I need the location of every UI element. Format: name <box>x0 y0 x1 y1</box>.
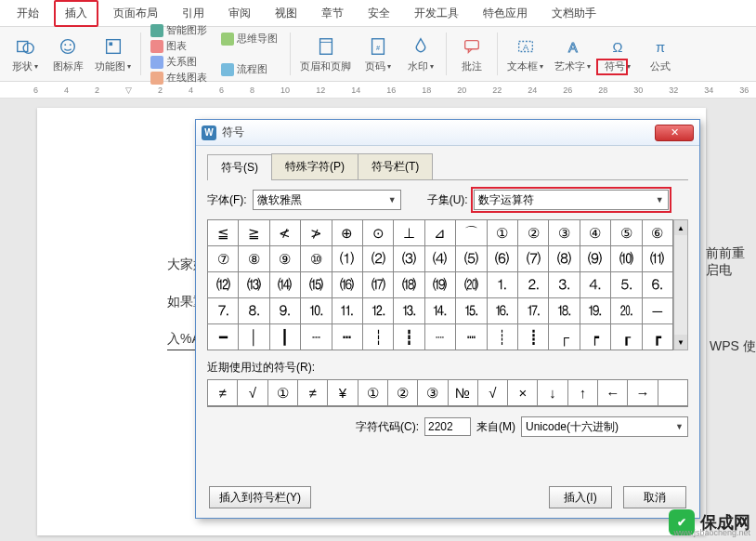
recent-cell[interactable]: ② <box>388 380 418 406</box>
recent-cell[interactable]: ↑ <box>568 380 598 406</box>
symbol-cell[interactable]: ⒙ <box>549 298 580 324</box>
symbol-cell[interactable]: ⊥ <box>394 220 424 246</box>
symbol-cell[interactable]: ┇ <box>394 324 424 350</box>
symbol-cell[interactable]: ━ <box>208 324 239 350</box>
code-input[interactable] <box>424 417 471 436</box>
symbol-cell[interactable]: ┅ <box>332 324 363 350</box>
symbol-cell[interactable]: ┉ <box>456 324 487 350</box>
symbol-cell[interactable]: ≯ <box>301 220 332 246</box>
symbol-cell[interactable]: ┏ <box>643 324 673 350</box>
from-select[interactable]: Unicode(十六进制)▼ <box>521 416 688 437</box>
symbol-cell[interactable]: ③ <box>549 220 580 246</box>
symbol-cell[interactable]: ⒗ <box>488 298 518 324</box>
symbol-cell[interactable]: ⒐ <box>270 298 301 324</box>
ribbon-wordart[interactable]: A艺术字▾ <box>551 35 594 73</box>
symbol-cell[interactable]: ┌ <box>549 324 580 350</box>
symbol-cell[interactable]: ┋ <box>518 324 549 350</box>
menu-tab-8[interactable]: 开发工具 <box>405 2 468 25</box>
recent-cell[interactable] <box>658 380 688 406</box>
ribbon-shape[interactable]: 形状▾ <box>6 35 45 73</box>
recent-cell[interactable]: ← <box>598 380 628 406</box>
symbol-cell[interactable]: ⒆ <box>425 272 456 298</box>
menu-tab-6[interactable]: 章节 <box>312 2 353 25</box>
symbol-cell[interactable]: ② <box>518 220 549 246</box>
symbol-cell[interactable]: ≮ <box>270 220 301 246</box>
symbol-cell[interactable]: ⑤ <box>611 220 642 246</box>
symbol-cell[interactable]: ⒂ <box>301 272 332 298</box>
symbol-cell[interactable]: ⒁ <box>270 272 301 298</box>
symbol-cell[interactable]: ⒉ <box>518 272 549 298</box>
menu-tab-5[interactable]: 视图 <box>266 2 306 25</box>
recent-cell[interactable]: √ <box>238 380 267 406</box>
symbol-cell[interactable]: ⒎ <box>208 298 239 324</box>
grid-scrollbar[interactable]: ▲▼ <box>673 219 688 350</box>
ribbon-chart[interactable]: 图表 <box>150 39 210 53</box>
recent-cell[interactable]: ③ <box>418 380 448 406</box>
symbol-cell[interactable]: ┃ <box>270 324 301 350</box>
recent-cell[interactable]: ≠ <box>208 380 238 406</box>
symbol-cell[interactable]: ⑼ <box>580 246 611 272</box>
symbol-cell[interactable]: ⑷ <box>425 246 456 272</box>
symbol-cell[interactable]: ⑦ <box>208 246 239 272</box>
symbol-cell[interactable]: ⑶ <box>394 246 424 272</box>
ribbon-symbol[interactable]: Ω符号▾ <box>598 35 637 73</box>
menu-tab-10[interactable]: 文档助手 <box>542 2 606 25</box>
symbol-cell[interactable]: ⒃ <box>332 272 363 298</box>
menu-tab-3[interactable]: 引用 <box>173 2 214 25</box>
cancel-button[interactable]: 取消 <box>623 486 686 508</box>
symbol-cell[interactable]: ┍ <box>580 324 611 350</box>
symbol-cell[interactable]: ⑧ <box>239 246 269 272</box>
symbol-cell[interactable]: ⒋ <box>580 272 611 298</box>
dialog-titlebar[interactable]: W 符号 ✕ <box>196 120 699 146</box>
symbol-cell[interactable]: ⑹ <box>488 246 518 272</box>
ribbon-mindmap[interactable]: 思维导图 <box>221 32 280 46</box>
close-button[interactable]: ✕ <box>655 125 694 141</box>
symbol-cell[interactable]: ⒕ <box>425 298 456 324</box>
ribbon-smartshape[interactable]: 智能图形 <box>150 23 210 37</box>
recent-cell[interactable]: ≠ <box>298 380 328 406</box>
menu-tab-0[interactable]: 开始 <box>7 2 48 25</box>
symbol-cell[interactable]: ⒍ <box>643 272 673 298</box>
symbol-cell[interactable]: ⒅ <box>394 272 424 298</box>
insert-to-bar-button[interactable]: 插入到符号栏(Y) <box>209 486 311 508</box>
symbol-cell[interactable]: ⑾ <box>643 246 673 272</box>
ribbon-watermark[interactable]: 水印▾ <box>401 35 440 73</box>
ribbon-flow[interactable]: 流程图 <box>221 62 280 76</box>
ribbon-onlinechart[interactable]: 在线图表 <box>150 71 210 85</box>
symbol-cell[interactable]: ⒔ <box>394 298 424 324</box>
symbol-cell[interactable]: ⑺ <box>518 246 549 272</box>
recent-cell[interactable]: ↓ <box>538 380 567 406</box>
ribbon-rel[interactable]: 关系图 <box>150 55 210 69</box>
symbol-cell[interactable]: ④ <box>580 220 611 246</box>
ribbon-comment[interactable]: 批注 <box>452 35 491 73</box>
tab-symbols[interactable]: 符号(S) <box>207 154 272 180</box>
symbol-cell[interactable]: ┎ <box>611 324 642 350</box>
tab-special[interactable]: 特殊字符(P) <box>271 153 358 179</box>
symbol-cell[interactable]: ⒖ <box>456 298 487 324</box>
symbol-cell[interactable]: ┄ <box>301 324 332 350</box>
symbol-cell[interactable]: ⑴ <box>332 246 363 272</box>
ribbon-textbox[interactable]: A文本框▾ <box>503 35 547 73</box>
recent-cell[interactable]: ① <box>358 380 388 406</box>
symbol-cell[interactable]: ⑽ <box>611 246 642 272</box>
tab-symbolbar[interactable]: 符号栏(T) <box>358 153 433 179</box>
symbol-cell[interactable]: ⒚ <box>580 298 611 324</box>
recent-cell[interactable]: → <box>628 380 658 406</box>
symbol-cell[interactable]: ⒌ <box>611 272 642 298</box>
symbol-cell[interactable]: ┈ <box>425 324 456 350</box>
symbol-cell[interactable]: ┆ <box>363 324 394 350</box>
menu-tab-2[interactable]: 页面布局 <box>104 2 167 25</box>
font-select[interactable]: 微软雅黑▼ <box>253 190 401 210</box>
symbol-cell[interactable]: ⒄ <box>363 272 394 298</box>
symbol-cell[interactable]: ⌒ <box>456 220 487 246</box>
symbol-cell[interactable]: ⒊ <box>549 272 580 298</box>
symbol-cell[interactable]: ┊ <box>488 324 518 350</box>
recent-cell[interactable]: № <box>449 380 478 406</box>
symbol-cell[interactable]: ⑻ <box>549 246 580 272</box>
insert-button[interactable]: 插入(I) <box>549 486 612 508</box>
symbol-cell[interactable]: ≧ <box>239 220 269 246</box>
symbol-cell[interactable]: ⒛ <box>611 298 642 324</box>
menu-tab-1[interactable]: 插入 <box>54 0 98 27</box>
symbol-cell[interactable]: ⒈ <box>488 272 518 298</box>
subset-select[interactable]: 数字运算符▼ <box>474 190 669 210</box>
